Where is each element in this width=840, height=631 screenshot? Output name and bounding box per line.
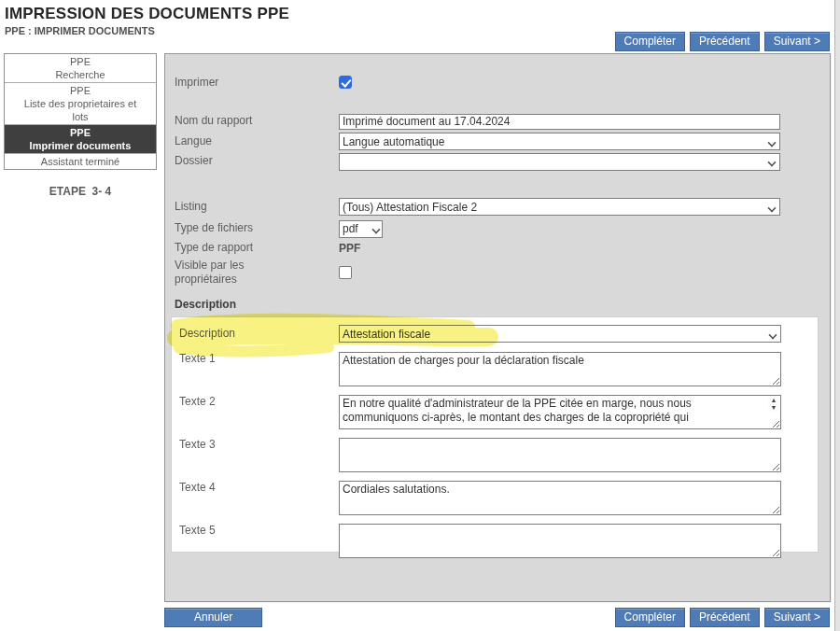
texte4-textarea[interactable]: Cordiales salutations. [339, 481, 781, 515]
completer-button-top[interactable]: Compléter [615, 32, 685, 51]
description-section-header: Description [175, 298, 780, 311]
description-group: Description Attestation fiscale Texte 1 … [171, 316, 819, 553]
suivant-button-top[interactable]: Suivant > [764, 32, 830, 51]
imprimer-label: Imprimer [175, 76, 339, 90]
sidebar-item-ppe-imprimer-documents[interactable]: PPE Imprimer documents [5, 125, 156, 154]
annuler-button[interactable]: Annuler [164, 608, 262, 627]
page-subtitle: PPE : IMPRIMER DOCUMENTS [5, 25, 155, 36]
listing-label: Listing [175, 200, 339, 214]
completer-button-bottom[interactable]: Compléter [615, 608, 685, 627]
sidebar-item-assistant-termine[interactable]: Assistant terminé [5, 154, 156, 169]
imprimer-checkbox[interactable] [339, 76, 352, 89]
scroll-down-icon[interactable]: ▼ [771, 404, 777, 412]
texte3-textarea[interactable] [339, 438, 781, 472]
textarea-scrollbar[interactable]: ▲▼ [768, 397, 779, 412]
description-label: Description [179, 327, 339, 341]
texte4-label: Texte 4 [179, 481, 339, 495]
texte2-textarea[interactable]: En notre qualité d'administrateur de la … [339, 395, 781, 429]
texte1-label: Texte 1 [179, 352, 339, 366]
texte5-label: Texte 5 [179, 524, 339, 538]
wizard-step-list: PPE Recherche PPE Liste des proprietaire… [4, 53, 157, 170]
sidebar-item-ppe-recherche[interactable]: PPE Recherche [5, 54, 156, 83]
precedent-button-top[interactable]: Précédent [690, 32, 760, 51]
wizard-page: IMPRESSION DES DOCUMENTS PPE PPE : IMPRI… [0, 0, 840, 631]
visible-owners-checkbox[interactable] [339, 266, 352, 279]
form-panel: Imprimer Nom du rapport Langue Langue au… [164, 53, 831, 602]
langue-select[interactable]: Langue automatique [339, 133, 780, 150]
file-type-select[interactable]: pdf [339, 220, 383, 238]
report-name-input[interactable] [339, 114, 780, 130]
listing-select[interactable]: (Tous) Attestation Fiscale 2 [339, 198, 780, 216]
sidebar-item-ppe-liste-proprietaires[interactable]: PPE Liste des proprietaires et lots [5, 83, 156, 125]
precedent-button-bottom[interactable]: Précédent [690, 608, 760, 627]
file-type-label: Type de fichiers [175, 221, 339, 235]
report-name-label: Nom du rapport [175, 114, 339, 128]
step-indicator: ETAPE 3- 4 [4, 185, 157, 198]
suivant-button-bottom[interactable]: Suivant > [764, 608, 830, 627]
bottom-toolbar: Annuler Compléter Précédent Suivant > [164, 608, 830, 627]
langue-label: Langue [175, 134, 339, 148]
description-select[interactable]: Attestation fiscale [339, 325, 781, 343]
dossier-label: Dossier [175, 154, 339, 168]
top-toolbar: Compléter Précédent Suivant > [164, 32, 830, 51]
visible-owners-label: Visible par les propriétaires [175, 259, 339, 287]
report-type-value: PPF [339, 242, 780, 255]
page-title: IMPRESSION DES DOCUMENTS PPE [5, 5, 289, 23]
texte3-label: Texte 3 [179, 438, 339, 452]
dossier-select[interactable] [339, 153, 780, 171]
texte2-label: Texte 2 [179, 395, 339, 409]
wizard-step-sidebar: PPE Recherche PPE Liste des proprietaire… [4, 53, 157, 198]
scroll-up-icon[interactable]: ▲ [771, 397, 777, 404]
vertical-scrollbar[interactable] [834, 0, 840, 631]
report-type-label: Type de rapport [175, 241, 339, 255]
texte5-textarea[interactable] [339, 524, 781, 558]
texte1-textarea[interactable]: Attestation de charges pour la déclarati… [339, 352, 781, 386]
